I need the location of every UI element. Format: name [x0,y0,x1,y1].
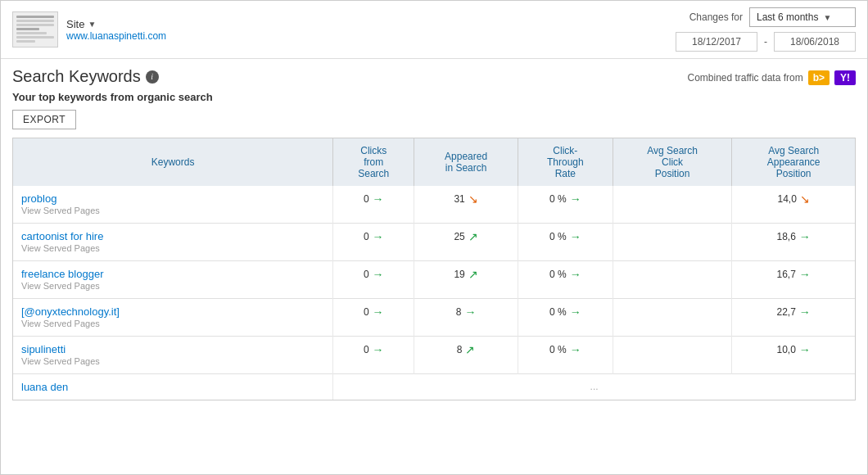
keyword-cell: luana den [13,374,333,400]
subtitle: Your top keywords from organic search [12,91,213,103]
col-header-ctr: Click-ThroughRate [518,138,613,186]
date-range: 18/12/2017 - 18/06/2018 [676,32,856,52]
col-header-avg-appear: Avg SearchAppearancePosition [732,138,855,186]
main-content: Search Keywords i Your top keywords from… [1,59,867,409]
ctr-cell: 0 % → [518,337,613,374]
view-served-pages-link[interactable]: View Served Pages [21,206,100,215]
avg-appear-cell: 14,0 ↘ [732,186,855,224]
date-separator: - [764,36,767,48]
keyword-link[interactable]: luana den [21,381,324,393]
table-row: luana den ... [13,374,855,400]
clicks-cell: 0 → [333,337,414,374]
table-row: [@onyxtechnology.it] View Served Pages 0… [13,299,855,337]
bing-badge: b> [808,70,830,85]
table-header-row: Keywords ClicksfromSearch Appearedin Sea… [13,138,855,186]
avg-click-cell [613,224,731,261]
date-from[interactable]: 18/12/2017 [676,32,757,52]
avg-click-cell [613,186,731,224]
view-served-pages-link[interactable]: View Served Pages [21,319,100,328]
site-thumbnail [12,11,58,48]
appeared-cell: 31 ↘ [414,186,518,224]
keywords-table-container: Keywords ClicksfromSearch Appearedin Sea… [12,138,856,400]
date-to[interactable]: 18/06/2018 [774,32,856,52]
keyword-cell: [@onyxtechnology.it] View Served Pages [13,299,333,337]
clicks-cell: 0 → [333,186,414,224]
page-title-text: Search Keywords [12,67,141,86]
view-served-pages-link[interactable]: View Served Pages [21,356,100,366]
table-row: cartoonist for hire View Served Pages 0 … [13,224,855,261]
appeared-cell: 8 ↗ [414,337,518,374]
clicks-cell: 0 → [333,299,414,337]
site-dropdown-arrow[interactable]: ▼ [88,20,96,29]
combined-label: Combined traffic data from [687,72,802,84]
combined-row: Combined traffic data from b> Y! [687,70,856,85]
period-label: Last 6 months [757,11,818,23]
keyword-cell: cartoonist for hire View Served Pages [13,224,333,261]
col-header-appeared: Appearedin Search [414,138,518,186]
clicks-cell: 0 → [333,224,414,261]
site-label[interactable]: Site ▼ [66,18,166,30]
subtitle-prefix: Your top keywords from [12,91,134,103]
keyword-link[interactable]: problog [21,192,324,205]
table-row: problog View Served Pages 0 → 31 ↘ 0 % → [13,186,855,224]
info-icon[interactable]: i [146,70,159,84]
period-arrow: ▼ [823,13,831,22]
top-right-controls: Changes for Last 6 months ▼ 18/12/2017 -… [676,7,856,52]
keywords-table: Keywords ClicksfromSearch Appearedin Sea… [13,138,855,400]
table-row: sipulinetti View Served Pages 0 → 8 ↗ 0 … [13,337,855,374]
site-name-text: Site [66,18,84,30]
keyword-link[interactable]: [@onyxtechnology.it] [21,305,324,318]
avg-appear-cell: 10,0 → [732,337,855,374]
col-header-keywords: Keywords [13,138,333,186]
clicks-cell: 0 → [333,261,414,299]
changes-row: Changes for Last 6 months ▼ [689,7,856,27]
table-row: freelance blogger View Served Pages 0 → … [13,261,855,299]
keyword-link[interactable]: cartoonist for hire [21,230,324,242]
keyword-cell: sipulinetti View Served Pages [13,337,333,374]
ctr-cell: 0 % → [518,224,613,261]
col-header-clicks: ClicksfromSearch [333,138,414,186]
export-button[interactable]: EXPORT [12,110,76,129]
avg-click-cell [613,261,731,299]
appeared-cell: 8 → [414,299,518,337]
keyword-cell: problog View Served Pages [13,186,333,224]
ctr-cell: 0 % → [518,299,613,337]
ctr-cell: 0 % → [518,186,613,224]
col-header-avg-click: Avg SearchClickPosition [613,138,731,186]
avg-click-cell [613,337,731,374]
site-info: Site ▼ www.luanaspinetti.com [66,18,166,42]
site-url[interactable]: www.luanaspinetti.com [66,30,166,42]
avg-appear-cell: 18,6 → [732,224,855,261]
keyword-link[interactable]: sipulinetti [21,343,324,355]
avg-appear-cell: 16,7 → [732,261,855,299]
page-title: Search Keywords i [12,67,213,86]
appeared-cell: 25 ↗ [414,224,518,261]
yahoo-badge: Y! [834,70,856,85]
changes-label: Changes for [689,11,743,23]
keyword-link[interactable]: freelance blogger [21,268,324,280]
view-served-pages-link[interactable]: View Served Pages [21,281,100,291]
appeared-cell: 19 ↗ [414,261,518,299]
view-served-pages-link[interactable]: View Served Pages [21,243,100,253]
avg-click-cell [613,299,731,337]
keyword-cell: freelance blogger View Served Pages [13,261,333,299]
avg-appear-cell: 22,7 → [732,299,855,337]
ctr-cell: 0 % → [518,261,613,299]
period-select[interactable]: Last 6 months ▼ [749,7,856,27]
top-bar: Site ▼ www.luanaspinetti.com Changes for… [1,1,867,59]
subtitle-highlight: organic search [137,91,213,103]
